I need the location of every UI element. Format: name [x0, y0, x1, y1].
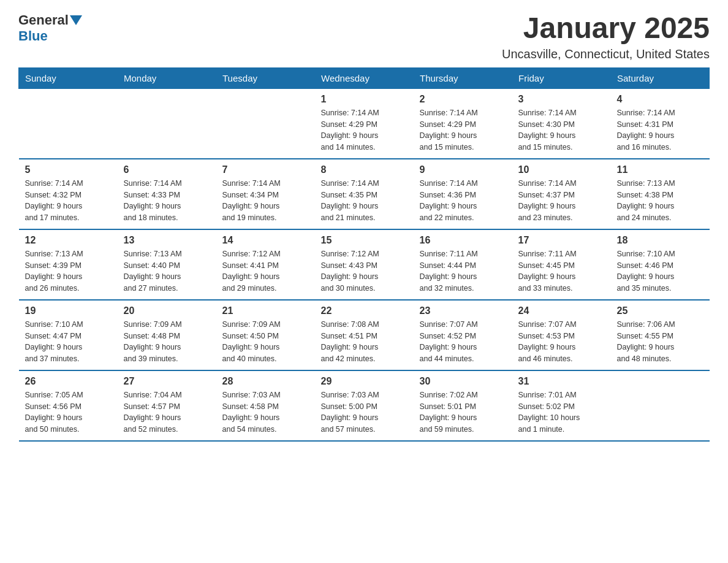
- day-info: Sunrise: 7:14 AMSunset: 4:35 PMDaylight:…: [321, 178, 408, 224]
- day-info: Sunrise: 7:07 AMSunset: 4:53 PMDaylight:…: [518, 319, 605, 365]
- day-info: Sunrise: 7:09 AMSunset: 4:50 PMDaylight:…: [222, 319, 309, 365]
- day-number: 10: [518, 164, 605, 175]
- day-info: Sunrise: 7:03 AMSunset: 5:00 PMDaylight:…: [321, 389, 408, 435]
- day-number: 31: [518, 376, 605, 387]
- calendar-cell: 8Sunrise: 7:14 AMSunset: 4:35 PMDaylight…: [315, 159, 414, 229]
- day-number: 20: [124, 305, 210, 316]
- day-info: Sunrise: 7:04 AMSunset: 4:57 PMDaylight:…: [124, 389, 210, 435]
- page-header: General Blue January 2025 Uncasville, Co…: [18, 12, 710, 61]
- day-info: Sunrise: 7:09 AMSunset: 4:48 PMDaylight:…: [124, 319, 210, 365]
- day-info: Sunrise: 7:10 AMSunset: 4:47 PMDaylight:…: [25, 319, 112, 365]
- calendar-cell: 27Sunrise: 7:04 AMSunset: 4:57 PMDayligh…: [118, 370, 216, 441]
- calendar-cell: 14Sunrise: 7:12 AMSunset: 4:41 PMDayligh…: [216, 229, 315, 300]
- calendar-week-row: 26Sunrise: 7:05 AMSunset: 4:56 PMDayligh…: [19, 370, 710, 441]
- day-info: Sunrise: 7:10 AMSunset: 4:46 PMDaylight:…: [617, 248, 703, 294]
- logo-general-text: General: [18, 12, 69, 28]
- day-info: Sunrise: 7:11 AMSunset: 4:44 PMDaylight:…: [420, 248, 506, 294]
- day-number: 28: [222, 376, 309, 387]
- day-info: Sunrise: 7:14 AMSunset: 4:36 PMDaylight:…: [420, 178, 506, 224]
- calendar-cell: 13Sunrise: 7:13 AMSunset: 4:40 PMDayligh…: [118, 229, 216, 300]
- calendar-cell: 20Sunrise: 7:09 AMSunset: 4:48 PMDayligh…: [118, 300, 216, 370]
- day-number: 19: [25, 305, 112, 316]
- day-info: Sunrise: 7:14 AMSunset: 4:29 PMDaylight:…: [321, 107, 408, 153]
- day-info: Sunrise: 7:11 AMSunset: 4:45 PMDaylight:…: [518, 248, 605, 294]
- day-number: 23: [420, 305, 506, 316]
- day-number: 5: [25, 164, 112, 175]
- day-number: 3: [518, 94, 605, 105]
- day-number: 25: [617, 305, 703, 316]
- day-info: Sunrise: 7:14 AMSunset: 4:33 PMDaylight:…: [124, 178, 210, 224]
- day-info: Sunrise: 7:08 AMSunset: 4:51 PMDaylight:…: [321, 319, 408, 365]
- calendar-table: SundayMondayTuesdayWednesdayThursdayFrid…: [18, 67, 710, 442]
- calendar-cell: 16Sunrise: 7:11 AMSunset: 4:44 PMDayligh…: [414, 229, 512, 300]
- calendar-cell: 4Sunrise: 7:14 AMSunset: 4:31 PMDaylight…: [611, 88, 710, 159]
- day-info: Sunrise: 7:06 AMSunset: 4:55 PMDaylight:…: [617, 319, 703, 365]
- day-info: Sunrise: 7:14 AMSunset: 4:37 PMDaylight:…: [518, 178, 605, 224]
- day-number: 8: [321, 164, 408, 175]
- calendar-cell: 23Sunrise: 7:07 AMSunset: 4:52 PMDayligh…: [414, 300, 512, 370]
- calendar-cell: 26Sunrise: 7:05 AMSunset: 4:56 PMDayligh…: [19, 370, 118, 441]
- calendar-cell: 21Sunrise: 7:09 AMSunset: 4:50 PMDayligh…: [216, 300, 315, 370]
- day-number: 16: [420, 235, 506, 246]
- calendar-cell: 29Sunrise: 7:03 AMSunset: 5:00 PMDayligh…: [315, 370, 414, 441]
- day-number: 1: [321, 94, 408, 105]
- weekday-header-tuesday: Tuesday: [216, 67, 315, 88]
- calendar-week-row: 19Sunrise: 7:10 AMSunset: 4:47 PMDayligh…: [19, 300, 710, 370]
- day-number: 22: [321, 305, 408, 316]
- title-section: January 2025 Uncasville, Connecticut, Un…: [502, 12, 710, 61]
- logo: General Blue: [18, 12, 83, 44]
- calendar-cell: 5Sunrise: 7:14 AMSunset: 4:32 PMDaylight…: [19, 159, 118, 229]
- day-number: 7: [222, 164, 309, 175]
- day-info: Sunrise: 7:14 AMSunset: 4:31 PMDaylight:…: [617, 107, 703, 153]
- calendar-week-row: 12Sunrise: 7:13 AMSunset: 4:39 PMDayligh…: [19, 229, 710, 300]
- day-number: 2: [420, 94, 506, 105]
- weekday-header-friday: Friday: [512, 67, 611, 88]
- calendar-cell: 30Sunrise: 7:02 AMSunset: 5:01 PMDayligh…: [414, 370, 512, 441]
- calendar-cell: 31Sunrise: 7:01 AMSunset: 5:02 PMDayligh…: [512, 370, 611, 441]
- day-info: Sunrise: 7:07 AMSunset: 4:52 PMDaylight:…: [420, 319, 506, 365]
- day-info: Sunrise: 7:14 AMSunset: 4:34 PMDaylight:…: [222, 178, 309, 224]
- day-number: 15: [321, 235, 408, 246]
- day-info: Sunrise: 7:14 AMSunset: 4:30 PMDaylight:…: [518, 107, 605, 153]
- calendar-week-row: 5Sunrise: 7:14 AMSunset: 4:32 PMDaylight…: [19, 159, 710, 229]
- day-number: 6: [124, 164, 210, 175]
- weekday-header-sunday: Sunday: [19, 67, 118, 88]
- month-title: January 2025: [502, 12, 710, 45]
- calendar-cell: 10Sunrise: 7:14 AMSunset: 4:37 PMDayligh…: [512, 159, 611, 229]
- day-number: 13: [124, 235, 210, 246]
- day-number: 12: [25, 235, 112, 246]
- calendar-cell: 19Sunrise: 7:10 AMSunset: 4:47 PMDayligh…: [19, 300, 118, 370]
- day-number: 29: [321, 376, 408, 387]
- day-number: 18: [617, 235, 703, 246]
- weekday-header-row: SundayMondayTuesdayWednesdayThursdayFrid…: [19, 67, 710, 88]
- day-info: Sunrise: 7:12 AMSunset: 4:41 PMDaylight:…: [222, 248, 309, 294]
- logo-triangle-icon: [70, 15, 82, 25]
- day-info: Sunrise: 7:13 AMSunset: 4:38 PMDaylight:…: [617, 178, 703, 224]
- day-number: 14: [222, 235, 309, 246]
- calendar-cell: 15Sunrise: 7:12 AMSunset: 4:43 PMDayligh…: [315, 229, 414, 300]
- calendar-cell: 12Sunrise: 7:13 AMSunset: 4:39 PMDayligh…: [19, 229, 118, 300]
- calendar-cell: 25Sunrise: 7:06 AMSunset: 4:55 PMDayligh…: [611, 300, 710, 370]
- calendar-week-row: 1Sunrise: 7:14 AMSunset: 4:29 PMDaylight…: [19, 88, 710, 159]
- calendar-body: 1Sunrise: 7:14 AMSunset: 4:29 PMDaylight…: [19, 88, 710, 441]
- calendar-cell: 2Sunrise: 7:14 AMSunset: 4:29 PMDaylight…: [414, 88, 512, 159]
- day-number: 17: [518, 235, 605, 246]
- weekday-header-monday: Monday: [118, 67, 216, 88]
- calendar-cell: 22Sunrise: 7:08 AMSunset: 4:51 PMDayligh…: [315, 300, 414, 370]
- day-number: 27: [124, 376, 210, 387]
- calendar-cell: [611, 370, 710, 441]
- logo-blue-text: Blue: [18, 28, 48, 44]
- day-number: 24: [518, 305, 605, 316]
- calendar-cell: 3Sunrise: 7:14 AMSunset: 4:30 PMDaylight…: [512, 88, 611, 159]
- calendar-header: SundayMondayTuesdayWednesdayThursdayFrid…: [19, 67, 710, 88]
- day-number: 4: [617, 94, 703, 105]
- calendar-cell: 1Sunrise: 7:14 AMSunset: 4:29 PMDaylight…: [315, 88, 414, 159]
- calendar-cell: 6Sunrise: 7:14 AMSunset: 4:33 PMDaylight…: [118, 159, 216, 229]
- calendar-cell: 18Sunrise: 7:10 AMSunset: 4:46 PMDayligh…: [611, 229, 710, 300]
- day-info: Sunrise: 7:14 AMSunset: 4:32 PMDaylight:…: [25, 178, 112, 224]
- weekday-header-saturday: Saturday: [611, 67, 710, 88]
- calendar-cell: 7Sunrise: 7:14 AMSunset: 4:34 PMDaylight…: [216, 159, 315, 229]
- day-number: 9: [420, 164, 506, 175]
- day-info: Sunrise: 7:12 AMSunset: 4:43 PMDaylight:…: [321, 248, 408, 294]
- calendar-cell: 9Sunrise: 7:14 AMSunset: 4:36 PMDaylight…: [414, 159, 512, 229]
